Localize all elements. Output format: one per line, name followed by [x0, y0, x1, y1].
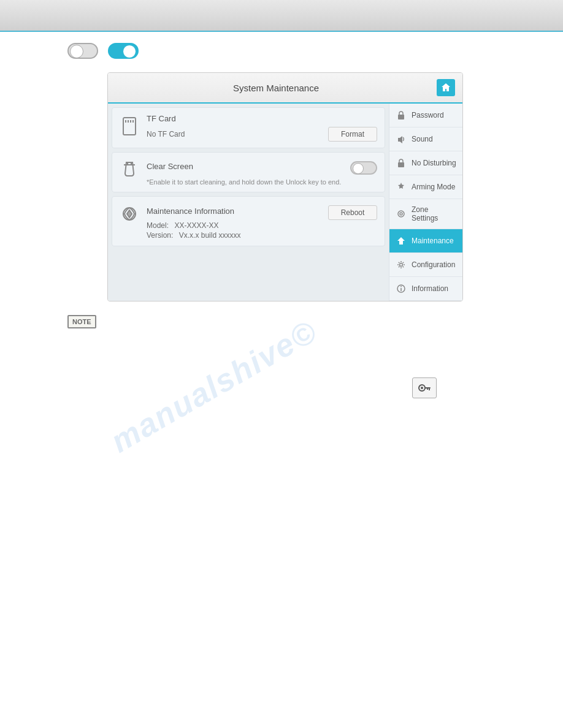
clear-screen-row: Clear Screen — [147, 161, 377, 175]
sidebar-item-arming-mode[interactable]: Arming Mode — [389, 175, 462, 199]
home-button[interactable] — [437, 79, 455, 96]
svg-rect-9 — [398, 115, 404, 119]
tf-card-icon — [118, 114, 140, 136]
clear-screen-body: Clear Screen *Enable it to start cleanin… — [147, 159, 377, 186]
version-value: Vx.x.x build xxxxxx — [179, 231, 241, 240]
toggle-area — [0, 32, 563, 70]
sidebar-item-password[interactable]: Password — [389, 104, 462, 127]
home-icon — [441, 83, 451, 93]
arming-mode-icon — [396, 181, 407, 192]
svg-rect-19 — [425, 387, 431, 389]
maintenance-icon — [118, 203, 140, 222]
information-icon — [396, 283, 407, 294]
reboot-button[interactable]: Reboot — [328, 205, 377, 220]
arming-mode-label: Arming Mode — [412, 183, 455, 191]
top-bar — [0, 0, 563, 32]
tf-card-section: TF Card No TF Card Format — [112, 107, 385, 148]
clear-screen-icon — [118, 159, 140, 180]
information-label: Information — [412, 284, 448, 293]
sound-label: Sound — [412, 135, 433, 143]
sidebar-item-information[interactable]: Information — [389, 277, 462, 301]
tf-card-body: TF Card No TF Card Format — [147, 114, 377, 142]
sidebar-item-configuration[interactable]: Configuration — [389, 253, 462, 277]
panel-title-bar: System Maintenance — [108, 73, 462, 104]
maintenance-info-body: Maintenance Information Reboot Model: XX… — [147, 203, 377, 240]
sidebar-nav: Password Sound No Disturbing Arming Mode — [389, 104, 462, 301]
maintenance-info-row: Maintenance Information Reboot — [147, 205, 377, 220]
toggle-off-icon[interactable] — [67, 43, 98, 59]
password-icon — [396, 110, 407, 121]
system-maintenance-panel: System Maintenance — [107, 72, 463, 301]
svg-rect-20 — [429, 389, 430, 390]
panel-title: System Maintenance — [115, 83, 437, 93]
model-label: Model: — [147, 221, 169, 230]
configuration-label: Configuration — [412, 260, 455, 269]
svg-point-13 — [400, 264, 403, 267]
svg-point-11 — [398, 211, 404, 217]
sidebar-item-sound[interactable]: Sound — [389, 127, 462, 151]
version-row: Version: Vx.x.x build xxxxxx — [147, 231, 377, 240]
toggle-on-icon[interactable] — [108, 43, 139, 59]
clear-screen-title: Clear Screen — [147, 162, 193, 171]
version-label: Version: — [147, 231, 173, 240]
clear-screen-note: *Enable it to start cleaning, and hold d… — [147, 178, 377, 186]
svg-point-18 — [421, 387, 423, 389]
svg-rect-10 — [398, 162, 404, 167]
svg-point-16 — [400, 286, 402, 287]
panel-body: TF Card No TF Card Format — [108, 104, 462, 301]
no-disturbing-label: No Disturbing — [412, 159, 456, 167]
tf-card-title: TF Card — [147, 114, 377, 123]
note-icon: NOTE — [67, 315, 96, 328]
maintenance-info-section: Maintenance Information Reboot Model: XX… — [112, 196, 385, 246]
sidebar-item-no-disturbing[interactable]: No Disturbing — [389, 151, 462, 175]
key-icon-box — [412, 377, 437, 398]
tf-card-row: No TF Card Format — [147, 127, 377, 142]
no-disturbing-icon — [396, 157, 407, 169]
tf-card-status: No TF Card — [147, 130, 185, 138]
maintenance-info-title: Maintenance Information — [147, 207, 234, 216]
note-box: NOTE — [67, 315, 563, 328]
key-icon — [418, 382, 431, 393]
clear-screen-toggle[interactable] — [350, 161, 377, 175]
main-content: TF Card No TF Card Format — [108, 104, 389, 301]
sidebar-item-zone-settings[interactable]: Zone Settings — [389, 199, 462, 229]
model-value: XX-XXXX-XX — [174, 221, 218, 230]
sidebar-item-maintenance[interactable]: Maintenance — [389, 229, 462, 253]
zone-settings-icon — [396, 208, 407, 219]
format-button[interactable]: Format — [328, 127, 377, 142]
password-label: Password — [412, 111, 444, 119]
watermark: manualshive© — [104, 313, 323, 460]
configuration-icon — [396, 259, 407, 270]
maintenance-nav-icon — [396, 235, 407, 246]
maintenance-label: Maintenance — [412, 237, 454, 245]
svg-point-12 — [400, 213, 402, 215]
model-row: Model: XX-XXXX-XX — [147, 221, 377, 230]
svg-rect-21 — [427, 389, 428, 390]
zone-settings-label: Zone Settings — [412, 205, 456, 222]
sound-icon — [396, 134, 407, 145]
clear-screen-section: Clear Screen *Enable it to start cleanin… — [112, 152, 385, 192]
svg-rect-15 — [400, 288, 402, 291]
